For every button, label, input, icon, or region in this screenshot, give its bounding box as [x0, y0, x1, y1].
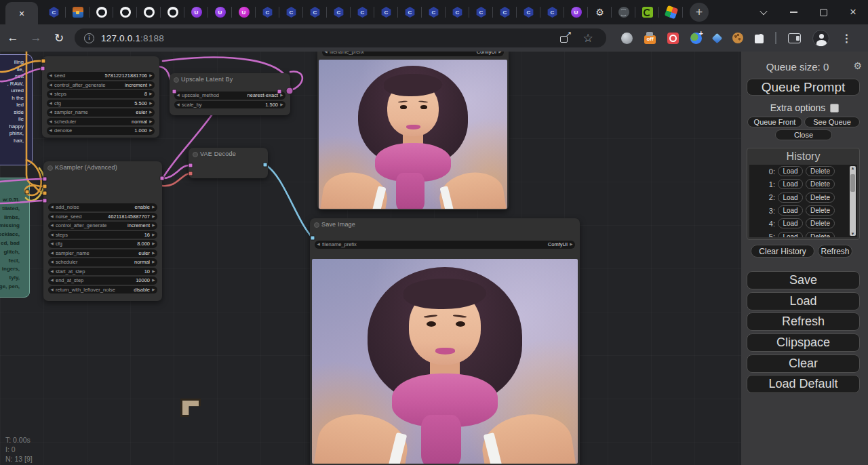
pinned-tab-ultralytics[interactable]	[208, 0, 232, 24]
queue-front-button[interactable]: Queue Front	[747, 117, 802, 127]
upscale-latent-node[interactable]: Upscale Latent By upscale_methodnearest-…	[170, 73, 290, 115]
share-icon[interactable]	[559, 32, 571, 44]
save-image-node-top[interactable]: filename_prefixComfyUI	[317, 52, 509, 210]
widget-return-with-leftover-noise[interactable]: return_with_leftover_noisedisable	[48, 286, 157, 294]
ksampler-node[interactable]: seed578122121881706 control_after_genera…	[42, 56, 159, 138]
forward-icon[interactable]: →	[26, 28, 46, 48]
adblock-off-extension-icon[interactable]	[644, 35, 656, 44]
tab-close-icon[interactable]: ×	[19, 8, 24, 19]
active-tab[interactable]: ×	[5, 2, 38, 24]
pinned-tab-comfy[interactable]	[256, 0, 279, 24]
scroll-down-icon[interactable]: ▼	[850, 232, 856, 236]
node-title[interactable]: Upscale Latent By	[170, 73, 290, 85]
close-button[interactable]: Close	[775, 129, 832, 140]
bookmark-star-icon[interactable]: ☆	[582, 32, 594, 44]
node-title[interactable]: KSampler (Advanced)	[43, 161, 162, 173]
pinned-tab-comfy[interactable]	[540, 0, 564, 24]
save-button[interactable]: Save	[747, 271, 860, 289]
site-info-icon[interactable]: i	[84, 33, 94, 43]
history-refresh-button[interactable]: Refresh	[818, 245, 852, 258]
pinned-tab-nvidia[interactable]	[635, 0, 659, 24]
widget-steps[interactable]: steps8	[47, 90, 155, 98]
new-tab-button[interactable]: +	[690, 3, 709, 22]
pinned-tab-comfy[interactable]	[469, 0, 493, 24]
widget-control-after-generate[interactable]: control_after_generateincrement	[48, 222, 157, 230]
pinned-tab-settings[interactable]	[588, 0, 612, 24]
cookie-extension-icon[interactable]	[732, 33, 743, 43]
widget-end-at-step[interactable]: end_at_step10000	[48, 277, 157, 285]
tab-search-chevron-icon[interactable]	[758, 7, 769, 18]
menu-kebab-icon[interactable]: ⋮	[841, 32, 853, 44]
pinned-tab-comfy[interactable]	[327, 0, 351, 24]
pinned-tab-comfy[interactable]	[398, 0, 422, 24]
pinned-tab-github[interactable]	[161, 0, 184, 24]
load-default-button[interactable]: Load Default	[747, 375, 860, 393]
pinned-tab-comfy[interactable]	[303, 0, 327, 24]
side-panel-icon[interactable]	[788, 33, 801, 43]
widget-scale-by[interactable]: scale_by1.500	[174, 101, 285, 109]
pinned-tab-github[interactable]	[113, 0, 137, 24]
pinned-tab-globe[interactable]	[612, 0, 635, 24]
comfyui-graph-canvas[interactable]: ilingile,soft, RAW,urredh theledsideileh…	[0, 52, 868, 465]
pinned-tab-comfy[interactable]	[374, 0, 398, 24]
settings-gear-icon[interactable]: ⚙	[853, 60, 862, 71]
node-title[interactable]: VAE Decode	[189, 148, 268, 159]
widget-seed[interactable]: seed578122121881706	[47, 72, 155, 80]
widget-denoise[interactable]: denoise1.000	[47, 127, 155, 135]
history-load-button[interactable]: Load	[778, 205, 803, 216]
scroll-up-icon[interactable]: ▲	[850, 166, 856, 170]
load-button[interactable]: Load	[747, 292, 860, 310]
close-window-icon[interactable]: ×	[848, 7, 859, 18]
pinned-tab-comfy[interactable]	[493, 0, 517, 24]
pinned-tab-sourceforge[interactable]	[659, 0, 683, 24]
history-load-button[interactable]: Load	[778, 179, 803, 189]
pinned-tab-ultralytics[interactable]	[184, 0, 208, 24]
widget-filename-prefix[interactable]: filename_prefixComfyUI	[315, 241, 575, 249]
widget-control-after-generate[interactable]: control_after_generateincrement	[47, 81, 155, 89]
pinned-tab-ultralytics[interactable]	[232, 0, 256, 24]
widget-upscale-method[interactable]: upscale_methodnearest-exact	[174, 92, 285, 100]
history-delete-button[interactable]: Delete	[806, 218, 835, 228]
widget-steps[interactable]: steps16	[48, 231, 157, 239]
pinned-tab-ultralytics[interactable]	[564, 0, 588, 24]
pinned-tab-comfy[interactable]	[446, 0, 469, 24]
history-scrollbar[interactable]: ▲ ▼	[850, 166, 856, 236]
extensions-puzzle-icon[interactable]	[755, 35, 764, 43]
history-load-button[interactable]: Load	[778, 166, 803, 176]
refresh-button[interactable]: Refresh	[747, 312, 860, 331]
widget-sampler-name[interactable]: sampler_nameeuler	[47, 108, 155, 117]
clear-history-button[interactable]: Clear History	[751, 245, 814, 258]
url-text[interactable]: 127.0.0.1:8188	[101, 33, 164, 43]
history-delete-button[interactable]: Delete	[806, 232, 835, 237]
pinned-tab-comfy[interactable]	[279, 0, 303, 24]
back-icon[interactable]: ←	[3, 28, 23, 48]
widget-scheduler[interactable]: schedulernormal	[48, 258, 157, 266]
history-load-button[interactable]: Load	[778, 232, 803, 237]
address-bar[interactable]: i 127.0.0.1:8188 ☆	[75, 28, 606, 47]
diamond-extension-icon[interactable]	[712, 33, 723, 43]
restore-window-icon[interactable]	[818, 7, 829, 18]
ksampler-advanced-node[interactable]: KSampler (Advanced) add_noiseenable nois…	[43, 161, 162, 301]
history-load-button[interactable]: Load	[778, 193, 803, 203]
widget-cfg[interactable]: cfg5.500	[47, 100, 155, 108]
ring-extension-icon[interactable]	[667, 33, 679, 44]
history-delete-button[interactable]: Delete	[806, 166, 835, 176]
history-delete-button[interactable]: Delete	[806, 205, 835, 216]
clear-button[interactable]: Clear	[747, 355, 860, 373]
widget-noise-seed[interactable]: noise_seed462118145887707	[48, 213, 157, 221]
sphere-extension-icon[interactable]	[621, 33, 633, 44]
widget-filename-prefix[interactable]: filename_prefixComfyUI	[322, 52, 504, 56]
pinned-tab-github[interactable]	[90, 0, 113, 24]
pinned-tab-comfy[interactable]	[517, 0, 540, 24]
minimize-icon[interactable]	[788, 7, 799, 18]
history-delete-button[interactable]: Delete	[806, 193, 835, 203]
see-queue-button[interactable]: See Queue	[804, 117, 860, 127]
widget-scheduler[interactable]: schedulernormal	[47, 118, 155, 126]
clipspace-button[interactable]: Clipspace	[747, 333, 860, 352]
profile-avatar-icon[interactable]	[812, 30, 829, 47]
history-delete-button[interactable]: Delete	[806, 179, 835, 189]
vae-decode-node[interactable]: VAE Decode	[189, 148, 268, 178]
widget-start-at-step[interactable]: start_at_step10	[48, 268, 157, 276]
translate-extension-icon[interactable]	[690, 33, 702, 44]
history-load-button[interactable]: Load	[778, 218, 803, 228]
